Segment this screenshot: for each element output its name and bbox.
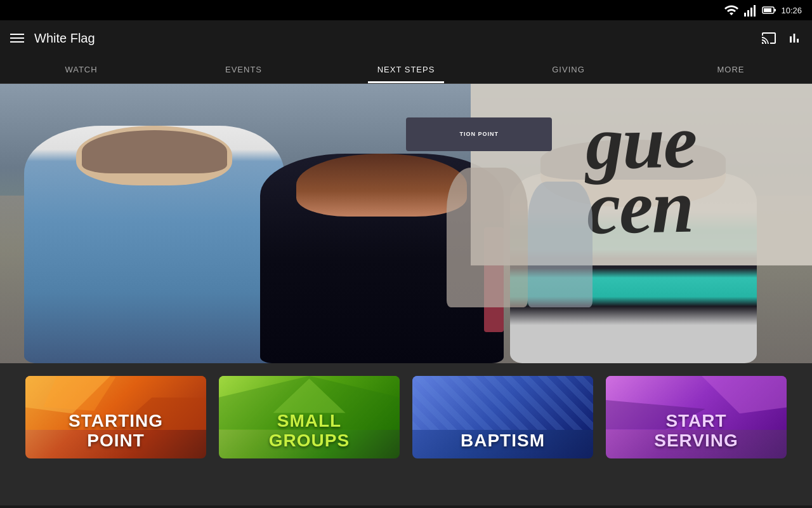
svg-rect-0 (744, 13, 746, 17)
card-starting-point-label: STARTINGPOINT (25, 411, 206, 451)
menu-button[interactable] (10, 34, 24, 43)
svg-rect-2 (750, 8, 752, 17)
card-starting-point[interactable]: STARTINGPOINT (25, 376, 206, 458)
card-baptism[interactable]: BAPTISM (412, 376, 593, 458)
svg-rect-3 (754, 5, 756, 17)
hero-background: guecen TION POINT (0, 84, 812, 363)
wifi-icon (724, 3, 739, 18)
app-bar: White Flag (0, 20, 812, 56)
battery-icon (762, 3, 777, 18)
hero-image: guecen TION POINT (0, 84, 812, 363)
svg-rect-6 (774, 9, 776, 11)
app-title: White Flag (34, 31, 751, 46)
status-icons: 10:26 (724, 3, 802, 18)
card-start-serving[interactable]: STARTSERVING (606, 376, 787, 458)
cast-button[interactable] (761, 30, 776, 46)
card-start-serving-label: STARTSERVING (606, 411, 787, 451)
signal-icon (743, 3, 758, 18)
chart-button[interactable] (787, 30, 802, 46)
time-display: 10:26 (781, 6, 802, 15)
card-small-groups-label: SMALLGROUPS (219, 411, 400, 451)
app-bar-actions (761, 30, 802, 46)
tab-watch[interactable]: WATCH (0, 56, 162, 83)
svg-rect-1 (747, 10, 749, 17)
card-small-groups[interactable]: SMALLGROUPS (219, 376, 400, 458)
tab-giving[interactable]: GIVING (487, 56, 650, 83)
cards-section: STARTINGPOINT SMALLGROUPS BAPTISM STARTS… (0, 363, 812, 505)
tab-events[interactable]: EVENTS (162, 56, 325, 83)
status-bar: 10:26 (0, 0, 812, 20)
svg-rect-5 (764, 8, 771, 12)
tab-next-steps[interactable]: NEXT STEPS (325, 56, 487, 83)
tab-more[interactable]: MORE (650, 56, 812, 83)
card-baptism-label: BAPTISM (412, 431, 593, 451)
navigation-tabs: WATCH EVENTS NEXT STEPS GIVING MORE (0, 56, 812, 84)
